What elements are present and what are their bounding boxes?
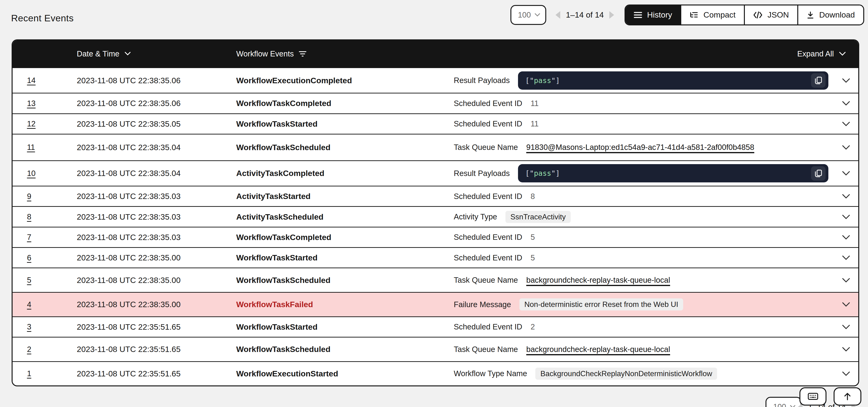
- task-queue-link[interactable]: backgroundcheck-replay-task-queue-local: [526, 345, 670, 354]
- workflow-events-header[interactable]: Workflow Events: [236, 49, 454, 58]
- expand-row-chevron[interactable]: [842, 214, 850, 219]
- detail-value: 8: [531, 192, 535, 201]
- event-id-link[interactable]: 9: [27, 192, 31, 201]
- detail-label: Scheduled Event ID: [454, 119, 522, 128]
- json-view-button[interactable]: JSON: [744, 5, 797, 25]
- download-icon: [807, 11, 814, 19]
- prev-page-icon[interactable]: [556, 11, 560, 19]
- expand-row-chevron[interactable]: [842, 194, 850, 199]
- event-row[interactable]: 9 2023-11-08 UTC 22:38:35.03 ActivityTas…: [12, 186, 858, 206]
- event-row[interactable]: 2 2023-11-08 UTC 22:35:51.65 WorkflowTas…: [12, 337, 858, 361]
- expand-row-chevron[interactable]: [842, 101, 850, 106]
- expand-row-chevron[interactable]: [842, 278, 850, 283]
- keyboard-shortcuts-button[interactable]: [799, 387, 827, 406]
- event-row[interactable]: 13 2023-11-08 UTC 22:38:35.06 WorkflowTa…: [12, 93, 858, 113]
- expand-row-chevron[interactable]: [842, 324, 850, 330]
- expand-row-chevron[interactable]: [842, 145, 850, 150]
- event-detail-cell: Scheduled Event ID 2: [454, 322, 834, 331]
- event-name: ActivityTaskStarted: [236, 192, 454, 201]
- expand-row-chevron[interactable]: [842, 371, 850, 376]
- event-id-link[interactable]: 5: [27, 276, 31, 284]
- event-id-link[interactable]: 11: [27, 143, 35, 152]
- event-row[interactable]: 11 2023-11-08 UTC 22:38:35.04 WorkflowTa…: [12, 134, 858, 160]
- event-detail-cell: Scheduled Event ID 8: [454, 192, 834, 201]
- date-time-header[interactable]: Date & Time: [77, 49, 236, 58]
- event-datetime: 2023-11-08 UTC 22:38:35.06: [77, 99, 236, 108]
- expand-all-label: Expand All: [797, 49, 834, 58]
- event-row[interactable]: 8 2023-11-08 UTC 22:38:35.03 ActivityTas…: [12, 206, 858, 226]
- detail-value: 11: [531, 99, 539, 108]
- event-row[interactable]: 14 2023-11-08 UTC 22:38:35.06 WorkflowEx…: [12, 67, 858, 93]
- event-id-link[interactable]: 12: [27, 119, 36, 128]
- expand-row-chevron[interactable]: [842, 121, 850, 126]
- per-page-select-bottom[interactable]: 100: [766, 397, 801, 407]
- event-id-cell: 7: [12, 233, 77, 242]
- event-row[interactable]: 6 2023-11-08 UTC 22:38:35.00 WorkflowTas…: [12, 247, 858, 268]
- expand-all-button[interactable]: Expand All: [797, 49, 858, 58]
- expand-row-chevron[interactable]: [842, 235, 850, 240]
- event-row[interactable]: 7 2023-11-08 UTC 22:38:35.03 WorkflowTas…: [12, 227, 858, 247]
- event-row[interactable]: 10 2023-11-08 UTC 22:38:35.04 ActivityTa…: [12, 160, 858, 186]
- event-datetime: 2023-11-08 UTC 22:38:35.04: [77, 143, 236, 152]
- chevron-down-icon: [842, 278, 850, 283]
- next-page-icon[interactable]: [609, 11, 614, 19]
- event-id-cell: 6: [12, 253, 77, 262]
- filter-icon[interactable]: [299, 50, 307, 57]
- task-queue-link[interactable]: backgroundcheck-replay-task-queue-local: [526, 276, 670, 285]
- event-name: WorkflowExecutionCompleted: [236, 76, 454, 85]
- detail-label: Task Queue Name: [454, 143, 518, 152]
- event-name: WorkflowTaskScheduled: [236, 276, 454, 285]
- history-view-label: History: [647, 10, 672, 20]
- date-time-header-label: Date & Time: [77, 49, 120, 58]
- expand-row-chevron[interactable]: [842, 171, 850, 176]
- event-name: WorkflowTaskStarted: [236, 119, 454, 129]
- scroll-to-top-button[interactable]: [834, 387, 861, 406]
- event-datetime: 2023-11-08 UTC 22:38:35.00: [77, 276, 236, 285]
- event-row[interactable]: 5 2023-11-08 UTC 22:38:35.00 WorkflowTas…: [12, 268, 858, 292]
- chevron-down-icon: [842, 121, 850, 126]
- task-queue-link[interactable]: 91830@Masons-Laptop:ed1c54a9-ac71-41d4-a…: [526, 143, 754, 152]
- event-id-link[interactable]: 1: [27, 369, 31, 378]
- event-id-link[interactable]: 6: [27, 253, 31, 262]
- event-id-link[interactable]: 7: [27, 233, 31, 242]
- per-page-select[interactable]: 100: [510, 5, 546, 25]
- event-id-link[interactable]: 14: [27, 76, 36, 85]
- workflow-events-header-label: Workflow Events: [236, 49, 294, 58]
- compact-view-button[interactable]: Compact: [680, 5, 744, 25]
- detail-badge: SsnTraceActivity: [505, 211, 571, 223]
- history-view-button[interactable]: History: [625, 5, 680, 25]
- event-detail-cell: Workflow Type Name BackgroundCheckReplay…: [454, 368, 834, 380]
- event-id-link[interactable]: 8: [27, 212, 31, 221]
- copy-button[interactable]: [811, 73, 826, 88]
- detail-label: Scheduled Event ID: [454, 192, 522, 201]
- expand-row-chevron[interactable]: [842, 255, 850, 260]
- expand-row-chevron[interactable]: [842, 302, 850, 307]
- event-id-cell: 4: [12, 300, 77, 309]
- event-id-link[interactable]: 2: [27, 345, 31, 354]
- event-row[interactable]: 1 2023-11-08 UTC 22:35:51.65 WorkflowExe…: [12, 361, 858, 386]
- per-page-value: 100: [518, 10, 531, 20]
- event-datetime: 2023-11-08 UTC 22:38:35.00: [77, 253, 236, 262]
- download-button[interactable]: Download: [797, 5, 863, 25]
- event-id-link[interactable]: 3: [27, 322, 31, 331]
- event-datetime: 2023-11-08 UTC 22:35:51.65: [77, 322, 236, 332]
- event-row[interactable]: 4 2023-11-08 UTC 22:38:35.00 WorkflowTas…: [12, 292, 858, 316]
- detail-label: Failure Message: [454, 300, 511, 309]
- event-id-link[interactable]: 13: [27, 99, 36, 108]
- event-name: WorkflowTaskCompleted: [236, 99, 454, 108]
- expand-row-chevron[interactable]: [842, 78, 850, 83]
- event-row[interactable]: 12 2023-11-08 UTC 22:38:35.05 WorkflowTa…: [12, 113, 858, 134]
- history-icon: [634, 11, 642, 19]
- event-id-cell: 2: [12, 345, 77, 354]
- expand-row-chevron[interactable]: [842, 347, 850, 352]
- chevron-down-icon: [842, 145, 850, 150]
- per-page-value-bottom: 100: [773, 402, 786, 407]
- arrow-up-icon: [843, 392, 851, 401]
- event-row[interactable]: 3 2023-11-08 UTC 22:35:51.65 WorkflowTas…: [12, 316, 858, 337]
- event-id-link[interactable]: 10: [27, 169, 36, 178]
- detail-value: 2: [531, 322, 535, 331]
- event-detail-cell: Scheduled Event ID 5: [454, 253, 834, 262]
- chevron-down-icon: [842, 214, 850, 219]
- event-id-link[interactable]: 4: [27, 300, 31, 309]
- copy-button[interactable]: [811, 166, 826, 181]
